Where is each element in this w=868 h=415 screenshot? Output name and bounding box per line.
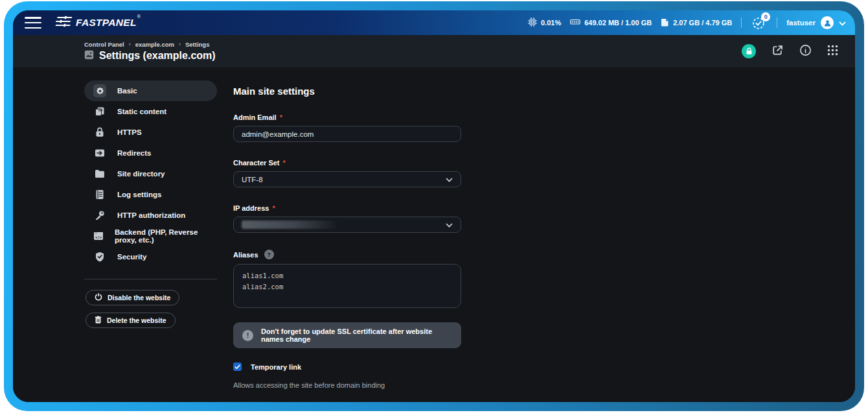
sidebar-item-label: Log settings (117, 191, 161, 198)
ram-icon (570, 18, 580, 27)
disk-usage-stat: 2.07 GB / 4.79 GB (661, 18, 732, 28)
temporary-link-checkbox[interactable] (233, 362, 242, 371)
aliases-help-icon[interactable]: ? (264, 250, 274, 259)
chevron-down-icon (839, 17, 846, 29)
user-name: fastuser (786, 19, 816, 27)
sidebar-item-security[interactable]: Security (84, 246, 217, 267)
sidebar-item-label: Backend (PHP, Reverse proxy, etc.) (115, 228, 208, 244)
breadcrumb: Control Panel › example.com › Settings (84, 41, 216, 48)
chevron-down-icon (446, 176, 453, 184)
ssl-reminder-alert: ! Don't forget to update SSL certificate… (233, 322, 461, 348)
ip-address-label: IP address * (233, 204, 461, 212)
avatar (821, 16, 834, 29)
site-preview-icon (84, 50, 94, 62)
character-set-label: Character Set * (233, 159, 461, 167)
chevron-down-icon (446, 221, 453, 229)
topbar-divider (741, 18, 742, 28)
ssl-status-button[interactable] (742, 44, 756, 58)
sidebar-item-log-settings[interactable]: Log settings (84, 184, 217, 205)
required-mark: * (280, 113, 282, 121)
sidebar-item-label: HTTPS (117, 128, 142, 136)
page-header: Control Panel › example.com › Settings S… (13, 35, 855, 67)
open-site-external-link-icon[interactable] (771, 44, 784, 59)
temporary-link-label: Temporary link (251, 363, 301, 371)
apps-grid-icon[interactable] (827, 45, 838, 58)
admin-email-field[interactable]: admin@example.com (233, 126, 461, 142)
sidebar-item-basic[interactable]: Basic (84, 80, 217, 101)
sidebar-item-http-authorization[interactable]: HTTP authorization (84, 205, 217, 226)
gear-icon (93, 84, 106, 97)
sidebar-item-site-directory[interactable]: Site directory (84, 163, 217, 184)
key-icon (93, 209, 106, 222)
ram-usage-stat: 649.02 MB / 1.00 GB (570, 18, 652, 27)
topbar: FASTPANEL® 0.01% 649.02 MB / 1.00 GB (13, 10, 855, 35)
sidebar-item-label: Static content (117, 108, 166, 115)
cpu-usage-stat: 0.01% (528, 18, 561, 28)
exclamation-icon: ! (242, 330, 253, 341)
ip-address-select[interactable] (233, 217, 461, 233)
page-header-actions (742, 44, 838, 59)
disk-usage-value: 2.07 GB / 4.79 GB (673, 19, 732, 27)
user-menu[interactable]: fastuser (786, 16, 846, 29)
temporary-link-checkbox-row[interactable]: Temporary link (233, 362, 461, 371)
breadcrumb-separator: › (129, 41, 131, 47)
disable-website-label: Disable the website (108, 294, 170, 302)
lock-icon (93, 126, 106, 139)
sidebar-item-label: HTTP authorization (117, 211, 185, 219)
temporary-link-helper-text: Allows accessing the site before domain … (233, 381, 461, 389)
redirect-icon (93, 147, 106, 160)
sidebar-item-static-content[interactable]: Static content (84, 101, 217, 122)
notifications-button[interactable]: 0 (751, 15, 768, 30)
app-window-frame: FASTPANEL® 0.01% 649.02 MB / 1.00 GB (4, 1, 864, 411)
character-set-select[interactable]: UTF-8 (233, 171, 461, 187)
svg-text:</>: </> (95, 235, 102, 239)
shield-check-icon (93, 250, 106, 263)
sidebar-item-https[interactable]: HTTPS (84, 122, 217, 143)
form-heading: Main site settings (233, 86, 461, 97)
required-mark: * (272, 204, 275, 212)
delete-website-label: Delete the website (107, 316, 166, 324)
required-mark: * (283, 159, 286, 167)
sidebar-item-backend[interactable]: </> Backend (PHP, Reverse proxy, etc.) (84, 226, 217, 246)
breadcrumb-separator: › (179, 41, 181, 47)
equalizer-logo-icon (56, 16, 71, 30)
log-icon (93, 188, 106, 201)
copy-icon (93, 105, 106, 118)
character-set-value: UTF-8 (242, 176, 263, 184)
notifications-badge: 0 (761, 12, 770, 21)
page-body: Basic Static content HTTPS Redirects (13, 67, 855, 402)
disable-website-button[interactable]: Disable the website (86, 290, 179, 305)
code-icon: </> (93, 230, 104, 243)
page-title: Settings (example.com) (99, 50, 216, 62)
alert-text: Don't forget to update SSL certificate a… (261, 327, 452, 343)
delete-website-button[interactable]: Delete the website (86, 313, 176, 328)
sidebar-item-redirects[interactable]: Redirects (84, 143, 217, 163)
desktop-background: FASTPANEL® 0.01% 649.02 MB / 1.00 GB (0, 0, 868, 415)
trash-icon (95, 316, 102, 325)
breadcrumb-domain[interactable]: example.com (135, 41, 174, 48)
admin-email-value: admin@example.com (242, 130, 314, 138)
ram-usage-value: 649.02 MB / 1.00 GB (584, 19, 652, 27)
settings-sidebar: Basic Static content HTTPS Redirects (84, 80, 217, 402)
sidebar-item-label: Security (117, 253, 146, 261)
breadcrumb-control-panel[interactable]: Control Panel (84, 41, 124, 48)
aliases-textarea[interactable]: alias1.com alias2.com (233, 264, 461, 308)
ip-address-redacted-value (242, 220, 339, 229)
cpu-usage-value: 0.01% (541, 19, 561, 27)
sidebar-divider (84, 279, 217, 279)
topbar-divider (777, 18, 777, 28)
hamburger-menu-icon[interactable] (25, 17, 41, 29)
sidebar-item-label: Redirects (117, 149, 151, 157)
sidebar-item-label: Site directory (117, 170, 165, 178)
power-icon (95, 293, 102, 302)
logo-text: FASTPANEL (76, 17, 137, 28)
topbar-status-area: 0.01% 649.02 MB / 1.00 GB 2.07 GB / 4.79… (528, 15, 846, 30)
disk-icon (661, 18, 669, 28)
fastpanel-logo[interactable]: FASTPANEL® (56, 16, 141, 30)
breadcrumb-settings[interactable]: Settings (185, 41, 209, 48)
tasks-check-icon (751, 21, 766, 32)
admin-email-label: Admin Email * (233, 113, 461, 121)
info-icon[interactable] (799, 44, 812, 59)
aliases-label: Aliases ? (233, 250, 461, 259)
fastpanel-window: FASTPANEL® 0.01% 649.02 MB / 1.00 GB (13, 10, 855, 402)
